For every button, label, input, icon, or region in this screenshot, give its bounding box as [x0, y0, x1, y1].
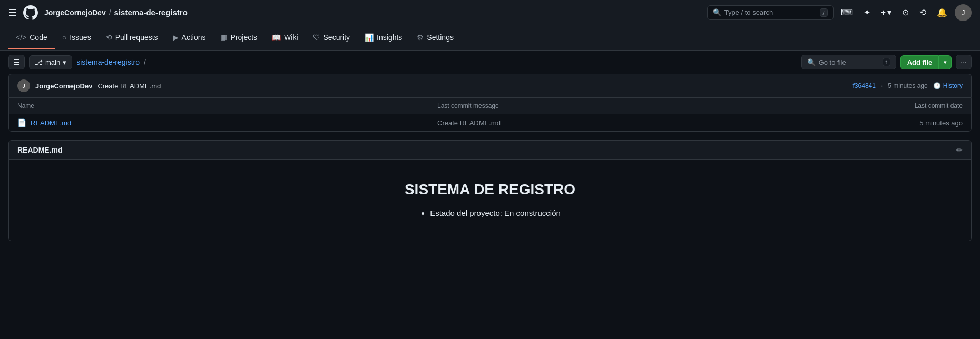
commit-separator: · — [881, 82, 883, 89]
branch-name: main — [45, 58, 60, 66]
tab-actions[interactable]: ▶ Actions — [165, 27, 213, 49]
history-button[interactable]: 🕐 History — [933, 82, 963, 89]
tab-code[interactable]: </> Code — [8, 27, 55, 49]
header-commit-msg: Last commit message — [437, 102, 857, 109]
tab-pr-label: Pull requests — [115, 33, 158, 42]
file-date: 5 minutes ago — [857, 119, 963, 127]
branch-icon: ⎇ — [35, 58, 43, 66]
file-doc-icon: 📄 — [17, 118, 26, 127]
readme-main-heading: SISTEMA DE REGISTRO — [41, 181, 939, 198]
tab-issues[interactable]: ○ Issues — [55, 27, 99, 49]
table-row: 📄 README.md Create README.md 5 minutes a… — [9, 114, 971, 131]
add-file-button[interactable]: Add file — [900, 55, 939, 69]
file-commit-message: Create README.md — [437, 119, 857, 127]
insights-icon: 📊 — [365, 33, 374, 42]
panel-toggle-button[interactable]: ☰ — [8, 55, 25, 69]
file-table: Name Last commit message Last commit dat… — [8, 98, 972, 132]
tab-wiki[interactable]: 📖 Wiki — [264, 27, 305, 49]
tab-insights-label: Insights — [377, 33, 402, 42]
new-item-btn[interactable]: +▾ — [878, 5, 895, 19]
commit-author[interactable]: JorgeCornejoDev — [35, 82, 92, 90]
tab-security[interactable]: 🛡 Security — [306, 27, 358, 49]
top-nav-left: ☰ JorgeCornejoDev / sistema-de-registro — [8, 4, 701, 21]
pull-requests-btn[interactable]: ⟲ — [916, 5, 929, 19]
code-icon: </> — [16, 33, 26, 42]
path-separator: / — [144, 58, 146, 66]
copilot-btn[interactable]: ✦ — [860, 5, 874, 19]
avatar[interactable]: J — [955, 4, 972, 21]
readme-list: Estado del proyecto: En construcción — [419, 208, 561, 220]
tab-settings[interactable]: ⚙ Settings — [409, 27, 461, 49]
actions-icon: ▶ — [173, 33, 179, 42]
go-to-file-kbd: t — [883, 58, 890, 66]
readme-title: README.md — [17, 146, 63, 154]
commit-message: Create README.md — [97, 82, 161, 90]
repo-nav: </> Code ○ Issues ⟲ Pull requests ▶ Acti… — [0, 25, 980, 51]
commit-time-ago: 5 minutes ago — [888, 82, 927, 89]
file-table-header: Name Last commit message Last commit dat… — [9, 98, 971, 114]
security-icon: 🛡 — [313, 33, 320, 42]
list-item: Estado del proyecto: En construcción — [430, 208, 561, 217]
search-box[interactable]: 🔍 Type / to search / — [707, 5, 834, 20]
go-to-file-button[interactable]: 🔍 Go to file t — [801, 55, 896, 69]
search-small-icon: 🔍 — [807, 58, 816, 66]
header-commit-date: Last commit date — [857, 102, 963, 109]
branch-selector[interactable]: ⎇ main ▾ — [29, 55, 72, 69]
commit-avatar: J — [17, 79, 30, 92]
tab-pull-requests[interactable]: ⟲ Pull requests — [99, 27, 165, 49]
tab-actions-label: Actions — [182, 33, 206, 42]
issues-nav-icon: ○ — [62, 33, 66, 42]
projects-icon: ▦ — [221, 33, 228, 42]
wiki-icon: 📖 — [272, 33, 281, 42]
breadcrumb-repo[interactable]: sistema-de-registro — [114, 8, 188, 17]
tab-wiki-label: Wiki — [284, 33, 298, 42]
branch-dropdown-icon: ▾ — [63, 58, 66, 66]
notifications-btn[interactable]: 🔔 — [934, 5, 950, 19]
github-logo[interactable] — [22, 4, 39, 21]
hamburger-icon[interactable]: ☰ — [8, 7, 17, 18]
tab-projects-label: Projects — [231, 33, 258, 42]
history-label: History — [943, 82, 963, 89]
go-to-file-label: Go to file — [819, 58, 846, 66]
tab-settings-label: Settings — [427, 33, 454, 42]
readme-edit-button[interactable]: ✏ — [956, 146, 963, 154]
breadcrumb: JorgeCornejoDev / sistema-de-registro — [44, 8, 188, 17]
file-name-cell: 📄 README.md — [17, 118, 437, 127]
top-nav: ☰ JorgeCornejoDev / sistema-de-registro … — [0, 0, 980, 25]
header-name: Name — [17, 102, 437, 109]
path-repo-link[interactable]: sistema-de-registro — [76, 58, 140, 66]
readme-header: README.md ✏ — [9, 141, 971, 160]
commit-bar: J JorgeCornejoDev Create README.md f3648… — [8, 74, 972, 98]
tab-issues-label: Issues — [70, 33, 91, 42]
file-name[interactable]: README.md — [31, 119, 71, 127]
history-icon: 🕐 — [933, 82, 941, 89]
search-icon: 🔍 — [713, 8, 721, 16]
add-file-dropdown-button[interactable]: ▾ — [939, 55, 952, 69]
search-placeholder: Type / to search — [724, 8, 773, 16]
top-nav-right: 🔍 Type / to search / ⌨ ✦ +▾ ⊙ ⟲ 🔔 J — [707, 4, 972, 21]
file-toolbar: ☰ ⎇ main ▾ sistema-de-registro / 🔍 Go to… — [0, 51, 980, 74]
commit-bar-right: f364841 · 5 minutes ago 🕐 History — [853, 82, 963, 89]
breadcrumb-owner[interactable]: JorgeCornejoDev — [44, 8, 106, 17]
commit-hash[interactable]: f364841 — [853, 82, 876, 89]
search-kbd: / — [820, 8, 828, 17]
issues-btn[interactable]: ⊙ — [899, 5, 912, 19]
readme-container: README.md ✏ SISTEMA DE REGISTRO Estado d… — [8, 140, 972, 241]
add-file-group: Add file ▾ — [900, 55, 952, 69]
tab-projects[interactable]: ▦ Projects — [213, 27, 265, 49]
more-options-button[interactable]: ··· — [956, 55, 972, 69]
settings-icon: ⚙ — [417, 33, 424, 42]
add-file-label: Add file — [907, 58, 933, 66]
tab-code-label: Code — [30, 33, 47, 42]
pr-icon: ⟲ — [106, 33, 112, 42]
breadcrumb-separator: / — [109, 8, 111, 17]
command-palette-btn[interactable]: ⌨ — [838, 5, 856, 19]
tab-insights[interactable]: 📊 Insights — [357, 27, 409, 49]
tab-security-label: Security — [324, 33, 350, 42]
readme-body: SISTEMA DE REGISTRO Estado del proyecto:… — [9, 160, 971, 241]
